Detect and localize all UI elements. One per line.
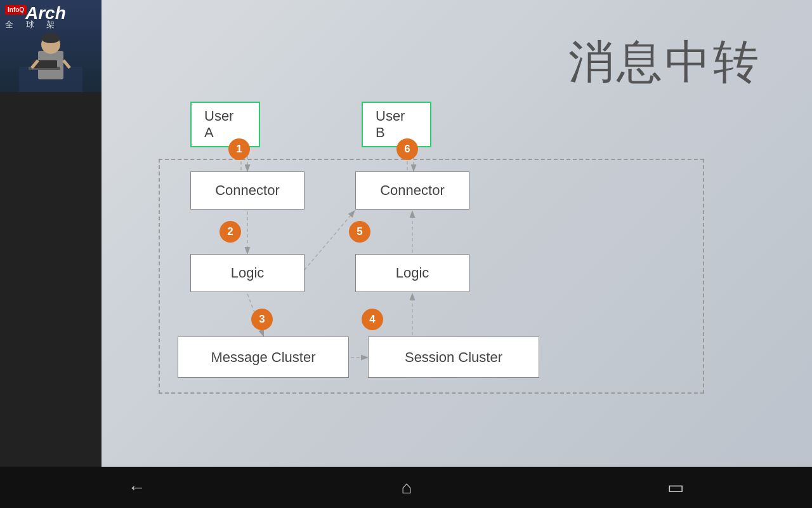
presenter-figure [13,29,89,92]
android-nav-bar: ← ⌂ ▭ [0,467,812,508]
infoq-logo: InfoQ [5,5,27,15]
video-thumbnail[interactable]: InfoQ Arch 全 球 架 [0,0,102,92]
back-button[interactable]: ← [128,478,146,498]
connector-b-box: Connector [355,171,469,210]
home-button[interactable]: ⌂ [402,478,412,498]
message-cluster-box: Message Cluster [178,337,349,378]
logic-b-box: Logic [355,254,469,292]
logic-a-box: Logic [190,254,304,292]
step-3-badge: 3 [251,309,273,330]
step-2-badge: 2 [219,221,241,243]
slide-title: 消息中转 [568,32,761,93]
step-4-badge: 4 [362,309,383,330]
step-5-badge: 5 [349,221,370,243]
step-1-badge: 1 [228,138,250,160]
slide-content: 消息中转 [102,0,812,467]
step-6-badge: 6 [396,138,418,160]
user-b-box: User B [362,102,431,147]
diagram: User A User B Connector Connector Logic … [152,102,704,419]
svg-point-3 [41,33,60,43]
session-cluster-box: Session Cluster [368,337,539,378]
user-a-box: User A [190,102,260,147]
connector-a-box: Connector [190,171,304,210]
recents-button[interactable]: ▭ [667,477,684,498]
